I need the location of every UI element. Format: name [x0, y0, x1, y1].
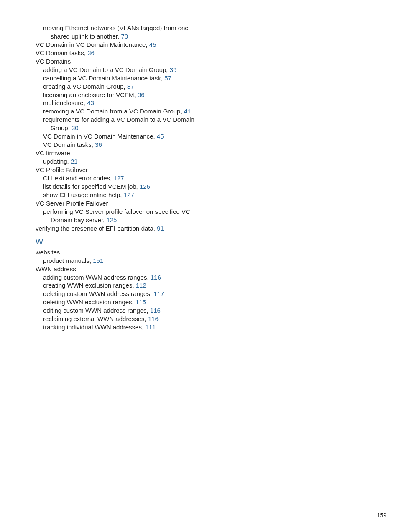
page-link[interactable]: 36	[95, 141, 102, 148]
index-entry-text: verifying the presence of EFI partition …	[36, 225, 155, 232]
index-entry-text: adding a VC Domain to a VC Domain Group,	[43, 66, 168, 73]
index-entry-text: adding custom WWN address ranges,	[43, 274, 149, 281]
index-entry-text: multienclosure,	[43, 99, 85, 106]
page-link[interactable]: 21	[71, 158, 78, 165]
index-entry: adding custom WWN address ranges, 116	[43, 273, 232, 282]
index-entry: VC firmware	[36, 149, 232, 157]
index-entry: Group, 30	[51, 124, 232, 132]
index-entry-text: editing custom WWN address ranges,	[43, 307, 148, 314]
index-entry-text: CLI exit and error codes,	[43, 175, 112, 182]
page-link[interactable]: 43	[87, 99, 94, 106]
page-link[interactable]: 91	[157, 225, 164, 232]
page-link[interactable]: 117	[153, 290, 164, 297]
index-entry-text: reclaiming external WWN addresses,	[43, 315, 146, 322]
page-link[interactable]: 127	[124, 191, 134, 198]
index-entry-text: VC Domain in VC Domain Maintenance,	[36, 41, 148, 48]
page-link[interactable]: 126	[140, 183, 150, 190]
index-entry-text: VC Profile Failover	[36, 166, 88, 173]
index-entry-text: performing VC Server profile failover on…	[43, 208, 190, 215]
page-link[interactable]: 151	[93, 257, 103, 264]
index-entry: performing VC Server profile failover on…	[43, 208, 232, 216]
index-entry: moving Ethernet networks (VLANs tagged) …	[43, 24, 232, 32]
index-entry-text: tracking individual WWN addresses,	[43, 324, 143, 331]
index-entry-text: requirements for adding a VC Domain to a…	[43, 116, 194, 123]
page-link[interactable]: 36	[138, 91, 145, 98]
index-entry-text: cancelling a VC Domain Maintenance task,	[43, 75, 163, 82]
index-entry: requirements for adding a VC Domain to a…	[43, 116, 232, 124]
index-entry: updating, 21	[43, 157, 232, 166]
index-entry: verifying the presence of EFI partition …	[36, 224, 232, 233]
index-entry: adding a VC Domain to a VC Domain Group,…	[43, 66, 232, 74]
index-entry-text: VC Domain tasks,	[36, 49, 86, 57]
index-entry: VC Domain tasks, 36	[43, 141, 232, 149]
index-entry-text: updating,	[43, 158, 69, 165]
page-link[interactable]: 116	[148, 315, 159, 322]
index-page: moving Ethernet networks (VLANs tagged) …	[0, 0, 232, 332]
index-entry: creating WWN exclusion ranges, 112	[43, 281, 232, 290]
page-link[interactable]: 115	[136, 298, 146, 306]
index-entry-text: deleting custom WWN address ranges,	[43, 290, 152, 297]
index-entry-text: moving Ethernet networks (VLANs tagged) …	[43, 24, 189, 31]
index-entry: shared uplink to another, 70	[51, 32, 232, 41]
index-entry: tracking individual WWN addresses, 111	[43, 323, 232, 332]
index-entry-text: licensing an enclosure for VCEM,	[43, 91, 136, 98]
page-link[interactable]: 39	[170, 66, 177, 73]
page-link[interactable]: 57	[164, 75, 171, 82]
index-entry: show CLI usage online help, 127	[43, 191, 232, 199]
index-entry: Domain bay server, 125	[51, 216, 232, 224]
index-entry: editing custom WWN address ranges, 116	[43, 306, 232, 315]
section-heading-w: W	[36, 236, 232, 247]
page-link[interactable]: 37	[127, 83, 134, 90]
page-link[interactable]: 116	[151, 274, 161, 281]
index-entry: VC Domain in VC Domain Maintenance, 45	[36, 41, 232, 49]
index-entry-text: Domain bay server,	[51, 216, 105, 224]
index-entry-text: VC Domains	[36, 58, 71, 65]
index-entry: websites	[36, 248, 232, 257]
page-link[interactable]: 30	[72, 124, 79, 131]
index-entry-text: VC Domain in VC Domain Maintenance,	[43, 133, 155, 140]
page-number: 159	[377, 511, 386, 519]
index-entry: deleting custom WWN address ranges, 117	[43, 290, 232, 298]
index-entry: product manuals, 151	[43, 257, 232, 265]
index-entry-text: WWN address	[36, 265, 76, 272]
index-entry: list details for specified VCEM job, 126	[43, 182, 232, 191]
page-link[interactable]: 111	[145, 324, 156, 331]
index-entry: deleting WWN exclusion ranges, 115	[43, 298, 232, 306]
page-link[interactable]: 45	[157, 133, 164, 140]
index-entry-text: show CLI usage online help,	[43, 191, 122, 198]
index-entry-text: VC Server Profile Failover	[36, 200, 108, 207]
index-entry: VC Profile Failover	[36, 166, 232, 174]
index-entry: cancelling a VC Domain Maintenance task,…	[43, 74, 232, 82]
page-link[interactable]: 70	[121, 33, 128, 40]
index-entry-text: creating a VC Domain Group,	[43, 83, 125, 90]
index-entry-text: shared uplink to another,	[51, 33, 119, 40]
index-entry: VC Server Profile Failover	[36, 199, 232, 208]
index-entries-w: websitesproduct manuals, 151WWN addressa…	[36, 248, 232, 332]
index-entry: VC Domains	[36, 57, 232, 66]
index-entry-text: product manuals,	[43, 257, 91, 264]
page-link[interactable]: 45	[149, 41, 156, 48]
index-entry-text: websites	[36, 249, 60, 256]
page-link[interactable]: 127	[113, 175, 124, 182]
index-entry-text: Group,	[51, 124, 70, 131]
index-entry: reclaiming external WWN addresses, 116	[43, 315, 232, 323]
index-entry: VC Domain tasks, 36	[36, 49, 232, 57]
index-entry-text: list details for specified VCEM job,	[43, 183, 138, 190]
page-link[interactable]: 125	[106, 216, 117, 224]
index-entry-text: VC firmware	[36, 149, 70, 157]
index-entry: creating a VC Domain Group, 37	[43, 82, 232, 91]
page-link[interactable]: 41	[184, 108, 191, 115]
index-entry: WWN address	[36, 265, 232, 273]
index-entry: multienclosure, 43	[43, 99, 232, 107]
index-entry-text: creating WWN exclusion ranges,	[43, 282, 134, 289]
index-entry-text: removing a VC Domain from a VC Domain Gr…	[43, 108, 182, 115]
index-entry: removing a VC Domain from a VC Domain Gr…	[43, 107, 232, 116]
index-entry: VC Domain in VC Domain Maintenance, 45	[43, 132, 232, 141]
page-link[interactable]: 36	[87, 49, 95, 57]
page-link[interactable]: 116	[150, 307, 161, 314]
index-entries-v: moving Ethernet networks (VLANs tagged) …	[36, 24, 232, 232]
index-entry: licensing an enclosure for VCEM, 36	[43, 91, 232, 99]
index-entry-text: VC Domain tasks,	[43, 141, 93, 148]
index-entry-text: deleting WWN exclusion ranges,	[43, 298, 134, 306]
page-link[interactable]: 112	[136, 282, 146, 289]
